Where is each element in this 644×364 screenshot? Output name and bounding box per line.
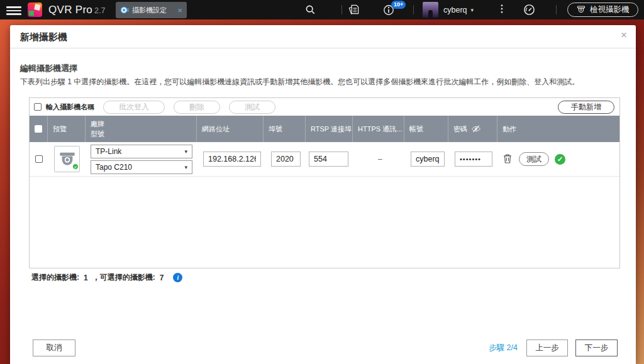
- model-select[interactable]: Tapo C210▾: [91, 160, 192, 174]
- row-checkbox[interactable]: [35, 155, 43, 163]
- info-icon[interactable]: i: [173, 273, 182, 282]
- user-avatar[interactable]: [423, 2, 438, 18]
- delete-button[interactable]: 刪除: [174, 101, 220, 114]
- select-all-checkbox[interactable]: [35, 125, 42, 133]
- address-input[interactable]: [203, 152, 261, 167]
- view-cameras-label: 檢視攝影機: [590, 4, 630, 15]
- selection-status: 選擇的攝影機: 1 ，可選擇的攝影機: 7 i: [31, 272, 182, 283]
- more-options-icon[interactable]: ⋮: [497, 3, 507, 14]
- camera-icon: [576, 6, 586, 14]
- camera-table: 輸入攝影機名稱 批次登入 刪除 測試 手動新增 預覽 廠牌 型號 網路位址 埠號…: [29, 97, 620, 268]
- test-success-icon: ✓: [555, 154, 565, 165]
- rtsp-port-input[interactable]: [309, 152, 348, 167]
- qvr-pro-logo[interactable]: [28, 3, 42, 17]
- row-test-button[interactable]: 測試: [519, 152, 549, 166]
- camera-settings-icon: [120, 6, 129, 14]
- chevron-down-icon: ▾: [184, 164, 187, 170]
- next-step-button[interactable]: 下一步: [575, 339, 618, 356]
- chevron-down-icon: ▾: [184, 148, 187, 155]
- username: cyberq: [443, 6, 467, 14]
- port-input[interactable]: [271, 152, 301, 167]
- cancel-button[interactable]: 取消: [33, 339, 75, 356]
- header-preview: 預覽: [48, 116, 86, 142]
- brand-select[interactable]: TP-Link▾: [91, 145, 192, 158]
- table-toolbar: 輸入攝影機名稱 批次登入 刪除 測試 手動新增: [30, 98, 619, 116]
- app-version: 2.7: [94, 6, 105, 15]
- https-value: –: [378, 155, 382, 163]
- table-empty-area: [30, 177, 619, 268]
- main-menu-icon[interactable]: [6, 4, 21, 15]
- header-brand-model: 廠牌 型號: [86, 116, 197, 142]
- header-port: 埠號: [264, 116, 306, 142]
- table-header: 預覽 廠牌 型號 網路位址 埠號 RTSP 連接埠 HTTPS 通訊... 帳號…: [30, 116, 619, 142]
- name-filter-checkbox[interactable]: [34, 103, 42, 111]
- topbar-divider: [413, 5, 414, 14]
- tab-label: 攝影機設定: [132, 6, 167, 15]
- header-account: 帳號: [404, 116, 448, 142]
- notification-badge: 10+: [391, 1, 406, 9]
- test-button[interactable]: 測試: [229, 101, 275, 114]
- chevron-down-icon: ▾: [471, 7, 474, 13]
- search-icon[interactable]: [305, 4, 316, 15]
- header-password: 密碼: [448, 116, 497, 142]
- header-address: 網路位址: [197, 116, 264, 142]
- view-cameras-button[interactable]: 檢視攝影機: [567, 3, 638, 17]
- camera-name-filter-label: 輸入攝影機名稱: [46, 102, 94, 112]
- section-description: 下表列出步驟 1 中選擇的攝影機。在這裡，您可以編輯攝影機連線資訊或手動新增其他…: [20, 77, 579, 87]
- delete-row-icon[interactable]: [502, 153, 513, 165]
- tab-camera-settings[interactable]: 攝影機設定 ×: [116, 2, 187, 18]
- password-input[interactable]: [455, 152, 492, 167]
- previous-step-button[interactable]: 上一步: [526, 339, 568, 356]
- add-camera-dialog: 新增攝影機 × 編輯攝影機選擇 下表列出步驟 1 中選擇的攝影機。在這裡，您可以…: [10, 25, 636, 364]
- password-visibility-icon[interactable]: [471, 125, 481, 133]
- app-title: QVR Pro: [48, 4, 92, 16]
- resource-monitor-icon[interactable]: [523, 4, 535, 16]
- dialog-close-icon[interactable]: ×: [621, 30, 627, 40]
- camera-online-dot: ✓: [72, 163, 79, 170]
- topbar: QVR Pro 2.7 攝影機設定 × 10+ cyberq ▾ ⋮ 檢視攝影機: [0, 0, 644, 19]
- topbar-divider: [341, 5, 342, 14]
- selected-cameras-label: 選擇的攝影機:: [31, 272, 79, 283]
- section-title: 編輯攝影機選擇: [20, 63, 77, 74]
- header-rtsp: RTSP 連接埠: [306, 116, 353, 142]
- batch-login-button[interactable]: 批次登入: [103, 101, 165, 114]
- header-action: 動作: [497, 116, 619, 142]
- account-input[interactable]: [411, 152, 445, 167]
- camera-row: ✓ TP-Link▾ Tapo C210▾ –: [30, 142, 619, 177]
- topbar-divider: [556, 5, 557, 14]
- dialog-title: 新增攝影機: [20, 31, 67, 43]
- manual-add-button[interactable]: 手動新增: [558, 101, 614, 114]
- notifications-icon[interactable]: 10+: [383, 4, 394, 16]
- user-menu[interactable]: cyberq ▾: [443, 0, 474, 19]
- header-https: HTTPS 通訊...: [353, 116, 404, 142]
- event-log-icon[interactable]: [348, 4, 360, 16]
- tab-close-icon[interactable]: ×: [177, 6, 182, 14]
- available-count: 7: [160, 273, 164, 282]
- dialog-footer: 取消 步驟 2/4 上一步 下一步: [33, 339, 618, 356]
- dialog-header: 新增攝影機 ×: [10, 25, 636, 48]
- available-cameras-label: ，可選擇的攝影機:: [92, 272, 155, 283]
- camera-preview: ✓: [54, 146, 80, 172]
- step-indicator: 步驟 2/4: [489, 343, 518, 353]
- selected-count: 1: [84, 273, 88, 282]
